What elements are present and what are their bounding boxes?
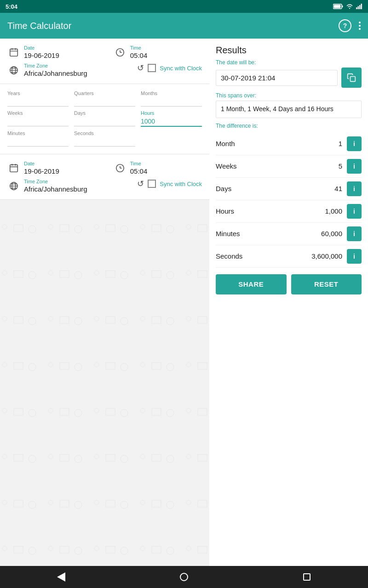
home-button[interactable] [174,567,194,587]
right-panel: Results The date will be: 30-07-2019 21:… [209,39,368,566]
svg-rect-1 [342,6,343,7]
datetime-card-2: Date 19-06-2019 Time 05:04 [0,154,209,200]
quarters-field: Quarters [74,90,135,107]
seconds-input[interactable] [74,137,135,147]
calendar-icon-2 [7,162,20,175]
months-input[interactable] [141,97,202,107]
seconds-field: Seconds [74,130,135,147]
diff-row-minutes: Minutes 60,000 i [216,223,362,245]
diff-seconds-value: 3,600,000 [311,252,342,260]
copy-button[interactable] [341,68,362,88]
quarters-label: Quarters [74,90,135,96]
sync-icon-2[interactable]: ↺ [137,179,144,189]
back-button[interactable] [51,567,71,587]
sync-icon-1[interactable]: ↺ [137,63,144,73]
hours-label: Hours [141,110,202,116]
svg-rect-5 [358,6,359,10]
share-button[interactable]: SHARE [216,274,287,294]
timezone-label-2: Time Zone [24,179,87,184]
help-button[interactable]: ? [339,19,351,32]
diff-month-name: Month [216,140,339,147]
sync-checkbox-2[interactable] [148,180,156,188]
menu-dot-3 [359,28,361,30]
spans-over-label: This spans over: [216,92,362,99]
time-value-2[interactable]: 05:04 [130,167,148,175]
diff-days-value: 41 [334,185,342,192]
years-field: Years [7,90,69,107]
reset-button[interactable]: RESET [291,274,362,294]
hours-field: Hours [141,110,202,127]
menu-dot-2 [359,25,361,27]
svg-rect-32 [351,77,356,82]
years-input[interactable] [7,97,69,107]
duration-grid: Years Quarters Months Weeks Days [7,90,202,147]
timezone-row-2: Time Zone Africa/Johannesburg ↺ Sync wit… [7,179,202,193]
diff-minutes-name: Minutes [216,230,321,237]
date-content-2: Date 19-06-2019 [24,161,59,175]
svg-rect-4 [356,7,357,9]
sync-label-2: Sync with Clock [160,181,202,187]
date-will-be-label: The date will be: [216,59,362,66]
time-field-2: Time 05:04 [114,161,202,175]
time-label-2: Time [130,161,148,166]
nav-bar [0,566,368,588]
info-btn-weeks[interactable]: i [347,159,362,174]
months-label: Months [141,90,202,96]
diff-hours-value: 1,000 [325,207,342,215]
minutes-input[interactable] [7,137,69,147]
info-btn-minutes[interactable]: i [347,226,362,241]
difference-label: The difference is: [216,123,362,129]
time-value-1[interactable]: 05:04 [130,51,148,59]
date-time-row-2: Date 19-06-2019 Time 05:04 [7,161,202,175]
status-bar: 5:04 [0,0,368,13]
diff-weeks-name: Weeks [216,162,339,170]
timezone-value-2[interactable]: Africa/Johannesburg [24,185,87,193]
date-label-1: Date [24,45,59,51]
svg-rect-20 [10,164,18,172]
calendar-icon-1 [7,46,20,59]
date-label-2: Date [24,161,59,166]
globe-icon-1 [7,64,20,77]
days-label: Days [74,110,135,116]
duration-card: Years Quarters Months Weeks Days [0,84,209,154]
recents-button[interactable] [297,567,317,587]
timezone-value-1[interactable]: Africa/Johannesburg [24,69,87,77]
date-value-2[interactable]: 19-06-2019 [24,167,59,175]
diff-seconds-name: Seconds [216,252,311,260]
info-btn-seconds[interactable]: i [347,249,362,264]
weeks-field: Weeks [7,110,69,127]
diff-row-seconds: Seconds 3,600,000 i [216,245,362,268]
info-btn-days[interactable]: i [347,181,362,196]
time-content-2: Time 05:04 [130,161,148,175]
action-buttons: SHARE RESET [216,274,362,294]
sync-group-2: ↺ Sync with Clock [137,179,202,189]
battery-icon [333,4,343,9]
app-bar-actions: ? [339,19,361,32]
info-btn-hours[interactable]: i [347,204,362,219]
menu-button[interactable] [359,19,361,32]
date-value-1[interactable]: 19-06-2019 [24,51,59,59]
date-will-be-value: 30-07-2019 21:04 [216,70,338,86]
days-input[interactable] [74,117,135,126]
minutes-field: Minutes [7,130,69,147]
timezone-field-2: Time Zone Africa/Johannesburg [7,179,137,193]
svg-rect-6 [359,5,361,9]
clock-icon-2 [114,162,126,175]
spans-over-value: 1 Month, 1 Week, 4 Days and 16 Hours [216,101,362,118]
app-title: Time Calculator [7,21,71,31]
sync-label-1: Sync with Clock [160,65,202,72]
results-title: Results [216,45,362,56]
years-label: Years [7,90,69,96]
quarters-input[interactable] [74,97,135,107]
seconds-label: Seconds [74,130,135,136]
svg-rect-7 [361,4,362,9]
svg-rect-8 [10,49,18,56]
weeks-input[interactable] [7,117,69,126]
timezone-label-1: Time Zone [24,63,87,68]
date-field-1: Date 19-06-2019 [7,45,114,59]
datetime-card-1: Date 19-06-2019 Time 0 [0,39,209,84]
hours-input[interactable] [141,117,202,127]
sync-checkbox-1[interactable] [148,64,156,72]
svg-point-3 [349,8,350,9]
info-btn-month[interactable]: i [347,136,362,151]
